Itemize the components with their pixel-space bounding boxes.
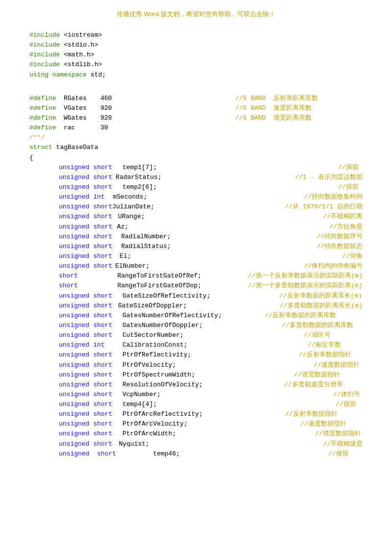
include-math: #include <math.h> — [29, 50, 363, 60]
brace-open: { — [29, 153, 363, 163]
field-elnumber: unsigned short ElNumber; //体扫内的仰角编号 — [29, 261, 363, 271]
field-radialnumber: unsigned short RadialNumber; //径向数据序号 — [29, 232, 363, 242]
define-rac: #define rac 30 — [29, 123, 363, 133]
field-radarstatus: unsigned short RadarStatus; //1 - 表示为雷达数… — [29, 173, 363, 182]
comment-line: /**/ — [29, 133, 363, 143]
field-ptrofarcwidth: unsigned short PtrOfArcWidth; //谱宽数据指针 — [29, 429, 363, 439]
field-temp4: unsigned short temp4[4]; //保留 — [29, 400, 363, 409]
field-urange: unsigned short URange; //不模糊距离 — [29, 212, 363, 222]
include-stdio: #include <stdio.h> — [29, 40, 363, 50]
field-ptrofarcreflectivity: unsigned short PtrOfArcReflectivity; //反… — [29, 409, 363, 419]
field-gatesnumberofreflectivity: unsigned short GatesNumberOfReflectivity… — [29, 311, 363, 321]
field-ptrofreflectivity: unsigned short PtrOfReflectivity; //反射率数… — [29, 350, 363, 360]
field-ptrofspectrumwidth: unsigned short PtrOfSpectrumWidth; //谱宽数… — [29, 370, 363, 380]
field-radialstatus: unsigned short RadialStatus; //径向数据状态 — [29, 242, 363, 252]
field-temp2: unsigned short temp2[6]; //保留 — [29, 182, 363, 192]
using-namespace: using namespace std; — [29, 70, 363, 80]
field-gatesnumberofdoppler: unsigned short GatesNumberOfDoppler; //多… — [29, 321, 363, 330]
define-wgates: #define WGates 920 //S BAND 谱宽距离库数 — [29, 113, 363, 123]
field-gatesizeofdoppler: unsigned short GateSizeOfDoppler; //多普勒数… — [29, 301, 363, 311]
include-stdlib: #include <stdlib.h> — [29, 60, 363, 70]
field-az: unsigned short Az; //方位角度 — [29, 222, 363, 232]
field-juliandate: unsigned short JulianDate; //从 1970/1/1 … — [29, 202, 363, 212]
define-vgates: #define VGates 920 //S BAND 速度距离库数 — [29, 103, 363, 113]
field-resolutionofvelocity: unsigned short ResolutionOfVelocity; //多… — [29, 380, 363, 390]
top-banner: 传播优秀 Word 版文档，希望对您有帮助，可双击去除！ — [29, 10, 363, 19]
field-ptrofvelocity: unsigned short PtrOfVelocity; //速度数据指针 — [29, 360, 363, 370]
field-vcpnumber: unsigned short VcpNumber; //体扫号 — [29, 390, 363, 400]
field-cutsectornumber: unsigned short CutSectorNumber; //扇区号 — [29, 330, 363, 340]
field-mseconds: unsigned int mSeconds; //径向数据收集时间 — [29, 192, 363, 202]
field-calibrationconst: unsigned int CalibrationConst; //标定常数 — [29, 340, 363, 350]
field-rangetofirstgateofdop: short RangeToFirstGateOfDop; //第一个多普勒数据表… — [29, 281, 363, 291]
field-nyquist: unsigned short Nyquist; //不模糊速度 — [29, 439, 363, 449]
page-container: 传播优秀 Word 版文档，希望对您有帮助，可双击去除！ #include <i… — [29, 10, 363, 459]
field-temp1: unsigned short temp1[7]; //保留 — [29, 163, 363, 173]
field-el: unsigned short El; //仰角 — [29, 252, 363, 261]
struct-keyword: struct tagBaseData — [29, 143, 363, 152]
field-gatesizeofreflectivity: unsigned short GateSizeOfReflectivity; /… — [29, 291, 363, 301]
include-iostream: #include <iostream> — [29, 30, 363, 40]
code-block: #include <iostream> #include <stdio.h> #… — [29, 30, 363, 459]
field-rangetofirstgateofref: short RangeToFirstGateOfRef; //第一个反射率数据表… — [29, 271, 363, 281]
field-ptrofarcvelocity: unsigned short PtrOfArcVelocity; //速度数据指… — [29, 419, 363, 429]
field-temp46: unsigned short temp46; //保留 — [29, 449, 363, 459]
define-rgates: #define RGates 460 //S BAND 反射率距离库数 — [29, 94, 363, 103]
